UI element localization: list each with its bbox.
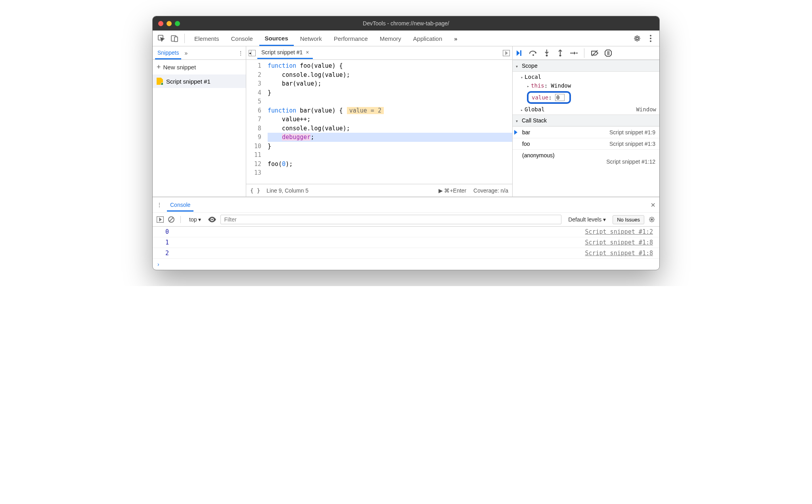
run-snippet-icon[interactable] (503, 50, 510, 56)
navigator-dropdown-icon[interactable]: » (184, 50, 188, 56)
step-over-icon[interactable] (529, 48, 538, 58)
settings-icon[interactable] (632, 33, 643, 44)
editor-file-tab[interactable]: Script snippet #1 × (257, 47, 313, 59)
run-shortcut-hint: ▶ ⌘+Enter (439, 187, 467, 194)
console-drawer: ⋮ Console × top▾ Default levels▾ No Issu… (153, 197, 659, 270)
editor-pane: ◂ Script snippet #1 × 12345678910111213 … (246, 46, 513, 197)
callstack-frame[interactable]: (anonymous) Script snippet #1:12 (513, 149, 659, 167)
snippet-list: + New snippet Script snippet #1 (153, 60, 246, 88)
expand-icon (516, 117, 519, 124)
step-icon[interactable] (569, 48, 578, 58)
editor-tabs: ◂ Script snippet #1 × (246, 46, 512, 60)
minimize-window-button[interactable] (167, 21, 172, 26)
svg-point-16 (211, 219, 213, 220)
log-source-link[interactable]: Script snippet #1:8 (585, 239, 653, 246)
callstack-frame[interactable]: barScript snippet #1:9 (513, 126, 659, 138)
device-toggle-icon[interactable] (169, 33, 180, 44)
drawer-more-icon[interactable]: ⋮ (157, 202, 162, 208)
drawer-close-icon[interactable]: × (651, 200, 655, 210)
toggle-navigator-icon[interactable]: ◂ (249, 50, 256, 56)
svg-point-10 (559, 54, 561, 56)
snippet-file-icon (157, 78, 163, 85)
svg-rect-2 (174, 37, 178, 42)
tab-elements[interactable]: Elements (189, 31, 225, 45)
svg-rect-7 (520, 50, 521, 56)
tabs-overflow-icon[interactable]: » (448, 31, 463, 45)
scope-value-input[interactable] (555, 94, 565, 101)
sources-panel: Snippets » ⋮ + New snippet Script snippe… (153, 46, 659, 197)
window-title: DevTools - chrome://new-tab-page/ (153, 20, 659, 27)
editor-file-tab-label: Script snippet #1 (261, 49, 303, 55)
code-editor[interactable]: 12345678910111213 function foo(value) { … (246, 60, 512, 184)
expand-icon (516, 63, 519, 69)
tab-sources[interactable]: Sources (259, 31, 294, 46)
navigator-tab-snippets[interactable]: Snippets (155, 46, 181, 59)
navigator-pane: Snippets » ⋮ + New snippet Script snippe… (153, 46, 246, 197)
callstack-section-header[interactable]: Call Stack (513, 115, 659, 126)
inspect-element-icon[interactable] (156, 33, 167, 44)
scope-global[interactable]: Global Window (513, 105, 659, 114)
window-titlebar: DevTools - chrome://new-tab-page/ (153, 16, 659, 31)
issues-button[interactable]: No Issues (613, 215, 644, 224)
coverage-status: Coverage: n/a (473, 187, 508, 194)
scope-section-body: Local this: Window value: Global Window (513, 72, 659, 115)
context-selector[interactable]: top▾ (186, 215, 204, 224)
svg-rect-12 (607, 51, 608, 55)
scope-this[interactable]: this: Window (513, 81, 659, 90)
tab-performance[interactable]: Performance (328, 31, 373, 45)
svg-point-11 (576, 52, 578, 54)
editor-statusbar: { } Line 9, Column 5 ▶ ⌘+Enter Coverage:… (246, 184, 512, 197)
log-levels-selector[interactable]: Default levels▾ (565, 215, 609, 224)
svg-point-8 (532, 54, 534, 56)
code-content[interactable]: function foo(value) { console.log(value)… (265, 60, 512, 184)
console-prompt[interactable]: › (153, 259, 659, 270)
drawer-tab-console[interactable]: Console (167, 198, 193, 212)
tab-application[interactable]: Application (408, 31, 448, 45)
zoom-window-button[interactable] (175, 21, 180, 26)
tab-memory[interactable]: Memory (374, 31, 407, 45)
devtools-window: DevTools - chrome://new-tab-page/ Elemen… (152, 16, 660, 270)
pause-on-exceptions-icon[interactable] (603, 48, 613, 58)
deactivate-breakpoints-icon[interactable] (590, 48, 599, 58)
scope-section-header[interactable]: Scope (513, 60, 659, 72)
debugger-pane: Scope Local this: Window value: Global W… (513, 46, 659, 197)
log-source-link[interactable]: Script snippet #1:2 (585, 228, 653, 235)
drawer-tabs: ⋮ Console × (153, 197, 659, 212)
svg-point-5 (650, 40, 651, 42)
scope-value-highlight: value: (513, 90, 659, 105)
callstack-frame[interactable]: fooScript snippet #1:3 (513, 138, 659, 149)
resume-icon[interactable] (515, 48, 525, 58)
console-settings-icon[interactable] (648, 216, 655, 223)
clear-console-icon[interactable] (168, 216, 175, 223)
live-expression-icon[interactable] (208, 217, 216, 222)
console-output: 0Script snippet #1:2 1Script snippet #1:… (153, 227, 659, 259)
svg-point-9 (546, 54, 548, 56)
console-log-row: 1Script snippet #1:8 (153, 237, 659, 248)
tab-console[interactable]: Console (226, 31, 259, 45)
window-controls (158, 21, 180, 26)
plus-icon: + (157, 63, 161, 71)
callstack-body: barScript snippet #1:9 fooScript snippet… (513, 126, 659, 167)
close-file-icon[interactable]: × (306, 49, 309, 55)
debugger-toolbar (513, 46, 659, 60)
line-gutter: 12345678910111213 (246, 60, 265, 184)
snippet-item[interactable]: Script snippet #1 (153, 74, 246, 88)
svg-point-3 (650, 35, 651, 36)
console-sidebar-toggle-icon[interactable] (157, 216, 164, 223)
navigator-more-icon[interactable]: ⋮ (238, 50, 243, 56)
main-toolbar: Elements Console Sources Network Perform… (153, 31, 659, 46)
more-menu-icon[interactable] (645, 33, 656, 44)
cursor-position: Line 9, Column 5 (266, 187, 308, 194)
new-snippet-button[interactable]: + New snippet (153, 60, 246, 74)
svg-rect-13 (609, 51, 609, 55)
step-out-icon[interactable] (555, 48, 565, 58)
filter-input[interactable] (220, 215, 561, 224)
scope-local[interactable]: Local (513, 73, 659, 81)
tab-network[interactable]: Network (295, 31, 327, 45)
main-tabs: Elements Console Sources Network Perform… (189, 31, 463, 46)
console-log-row: 0Script snippet #1:2 (153, 227, 659, 237)
close-window-button[interactable] (158, 21, 163, 26)
log-source-link[interactable]: Script snippet #1:8 (585, 250, 653, 257)
pretty-print-icon[interactable]: { } (250, 187, 260, 194)
step-into-icon[interactable] (542, 48, 552, 58)
